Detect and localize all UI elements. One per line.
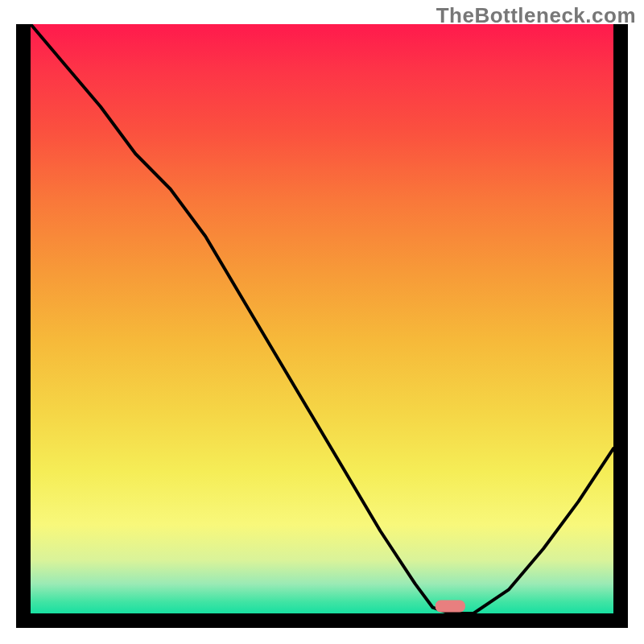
bottleneck-plot — [16, 24, 628, 628]
optimal-marker — [436, 601, 464, 612]
plot-svg — [31, 24, 613, 613]
chart-frame: TheBottleneck.com — [0, 0, 644, 644]
bottleneck-curve — [31, 24, 613, 613]
